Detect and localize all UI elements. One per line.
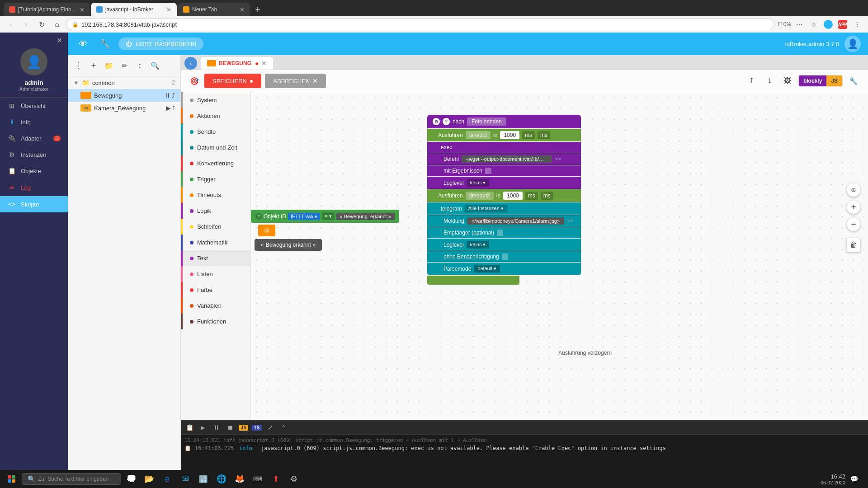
cat-sendto[interactable]: Sendto <box>181 124 250 140</box>
zoom-out-btn[interactable]: − <box>846 217 861 231</box>
script-rename-btn[interactable]: ✏ <box>118 59 131 72</box>
block-settings-circle[interactable]: ⚙ <box>433 118 440 125</box>
nav-reload[interactable]: ↻ <box>35 18 48 31</box>
log-copy-icon[interactable]: 📋 <box>184 445 191 451</box>
tab-close-editor[interactable]: ✕ <box>261 60 267 67</box>
log-expand-btn[interactable]: ⤢ <box>265 422 275 432</box>
sidebar-item-info[interactable]: ℹ Info <box>0 114 68 130</box>
checkbox-mit-ergebnissen[interactable] <box>485 168 491 174</box>
sidebar-item-ubersicht[interactable]: ⊞ Übersicht <box>0 98 68 114</box>
sidebar-item-log[interactable]: ≡ Log <box>0 179 68 196</box>
trash-can-btn[interactable]: 🗑 <box>846 238 861 252</box>
cat-mathematik[interactable]: Mathematik <box>181 235 250 250</box>
script-item-bewegung[interactable]: Bewegung ⏸ ⤴ <box>68 89 180 102</box>
ausfuehren2-block[interactable]: Ausführen timeout2 in 1000 ms ms <box>427 189 581 202</box>
cat-timeouts[interactable]: Timeouts <box>181 187 250 203</box>
tab-close-2[interactable]: ✕ <box>166 6 171 13</box>
play-pause-icon[interactable]: ⏸ <box>165 92 171 99</box>
export-script-btn[interactable]: ⤴ <box>744 74 759 88</box>
taskbar-icon-mail[interactable]: ✉ <box>177 471 193 487</box>
header-user-avatar[interactable]: 👤 <box>844 36 861 52</box>
cat-farbe[interactable]: Farbe <box>181 282 250 298</box>
sidebar-item-instanzen[interactable]: ⚙ Instanzen <box>0 146 68 163</box>
taskbar-search[interactable]: 🔍 Zur Suche Text hier eingeben <box>22 473 121 485</box>
nach-block[interactable]: ⚙ ? nach Foto senden <box>427 115 581 128</box>
browser-tab-1[interactable]: [Tutorial]Achtung Einbrecher... ✕ <box>4 3 90 16</box>
header-settings-btn[interactable]: 🔧 <box>97 36 113 52</box>
cancel-button[interactable]: ABBRECHEN ✕ <box>265 74 326 88</box>
nav-forward[interactable]: › <box>20 18 33 31</box>
empfaenger-block[interactable]: Empfänger (optional) <box>427 227 581 238</box>
host-badge[interactable]: ⏻ HOST: RASPBERRYPI <box>118 38 203 50</box>
log-play-btn[interactable]: ▶ <box>198 422 208 432</box>
extensions-btn[interactable]: ⋯ <box>793 18 806 31</box>
taskbar-icon-filezilla[interactable]: ⬆ <box>268 471 284 487</box>
sidebar-item-objekte[interactable]: 📋 Objekte <box>0 163 68 179</box>
log-stop-btn[interactable]: ⏹ <box>225 422 235 432</box>
main-block-group[interactable]: ⚙ ? nach Foto senden Ausführen timeout i… <box>427 115 581 285</box>
cat-system[interactable]: System <box>181 92 250 108</box>
sidebar-item-adapter[interactable]: 🔌 Adapter 1 <box>0 130 68 146</box>
play-icon[interactable]: ▶ <box>166 104 171 112</box>
script-target-icon[interactable]: 🎯 <box>188 75 201 87</box>
export-icon[interactable]: ⤴ <box>172 92 175 99</box>
zoom-in-btn[interactable]: + <box>846 200 861 214</box>
meldung-block[interactable]: Meldung «/var/lib/motioneye/Camera1/alar… <box>427 215 581 227</box>
nav-back[interactable]: ‹ <box>5 18 17 31</box>
cat-variablen[interactable]: Variablen <box>181 298 250 314</box>
script-item-kamera[interactable]: JS Kamera_Bewegung ▶ ⤴ <box>68 102 180 114</box>
ausfuehren-block[interactable]: Ausführen timeout in 1000 ms ms <box>427 129 581 141</box>
address-bar[interactable]: 🔒 192.168.178.34:8081/#tab-javascript <box>66 19 774 30</box>
tab-close-3[interactable]: ✕ <box>240 6 245 13</box>
trigger-sub-block[interactable]: n <box>258 225 275 236</box>
loglevel-block[interactable]: Loglevel keins ▾ <box>427 177 581 189</box>
ohne-benachrichtigung-block[interactable]: ohne Benachrichtigung <box>427 251 581 262</box>
trigger-block-group[interactable]: ? Objekt ID IFTTT value = ▾ « Bewegung_e… <box>251 210 399 251</box>
bookmark-btn[interactable]: ☆ <box>807 18 820 31</box>
taskbar-icon-files[interactable]: 📂 <box>141 471 157 487</box>
cat-logik[interactable]: Logik <box>181 203 250 219</box>
editor-tab-bewegung[interactable]: BEWEGUNG ● ✕ <box>201 57 273 70</box>
blockly-canvas[interactable]: ? Objekt ID IFTTT value = ▾ « Bewegung_e… <box>251 92 868 420</box>
editor-back-btn[interactable]: ‹ <box>184 57 197 70</box>
taskbar-notifications[interactable]: 💬 <box>847 471 861 487</box>
mit-ergebnissen-block[interactable]: mit Ergebnissen <box>427 165 581 176</box>
log-pause-btn[interactable]: ⏸ <box>212 422 222 432</box>
menu-btn[interactable]: ⋮ <box>851 18 863 31</box>
taskbar-icon-extra[interactable]: ⚙ <box>286 471 302 487</box>
sidebar-item-skripte[interactable]: <> Skripte <box>0 196 68 212</box>
cat-aktionen[interactable]: Aktionen <box>181 108 250 124</box>
checkbox-ohne[interactable] <box>502 253 508 260</box>
cat-funktionen[interactable]: Funktionen <box>181 314 250 329</box>
taskbar-icon-calc[interactable]: 🔢 <box>195 471 212 487</box>
ext-icon-1[interactable] <box>822 18 835 31</box>
cat-schleifen[interactable]: Schleifen <box>181 219 250 235</box>
bewegung-erkannt-block[interactable]: « Bewegung erkannt » <box>255 239 322 251</box>
telegram-block[interactable]: telegram Alle Instanzen ▾ <box>427 202 581 215</box>
loglevel2-block[interactable]: Loglevel keins ▾ <box>427 239 581 251</box>
taskbar-icon-firefox[interactable]: 🦊 <box>231 471 248 487</box>
browser-tab-3[interactable]: Neuer Tab ✕ <box>178 3 250 16</box>
cat-konvertierung[interactable]: Konvertierung <box>181 155 250 171</box>
import-script-btn[interactable]: ⤵ <box>762 74 777 88</box>
taskbar-icon-chrome[interactable]: 🌐 <box>213 471 230 487</box>
script-search-btn[interactable]: 🔍 <box>148 59 162 72</box>
script-import-btn[interactable]: ↕ <box>133 59 146 72</box>
cat-datum[interactable]: Datum und Zeit <box>181 140 250 155</box>
nav-home[interactable]: ⌂ <box>51 18 63 31</box>
screenshot-btn[interactable]: 🖼 <box>780 74 795 88</box>
script-add-btn[interactable]: + <box>87 59 100 72</box>
start-button[interactable] <box>4 471 20 487</box>
cat-trigger[interactable]: Trigger <box>181 171 250 187</box>
log-collapse-btn[interactable]: ⌃ <box>279 422 289 432</box>
script-menu-btn[interactable]: ⋮ <box>71 59 85 72</box>
befehl-block[interactable]: Befehl «wget --output-document /var/lib/… <box>427 153 581 165</box>
sidebar-close-btn[interactable]: ✕ <box>0 33 68 48</box>
exec-block[interactable]: exec <box>427 142 581 153</box>
parsemode-block[interactable]: Parsemode default ▾ <box>427 263 581 275</box>
cat-text[interactable]: Text <box>181 250 250 266</box>
zoom-target-btn[interactable]: ⊕ <box>846 183 861 197</box>
ext-icon-2[interactable]: APP <box>836 18 849 31</box>
settings-btn[interactable]: 🔧 <box>846 74 861 88</box>
trigger-block[interactable]: ? Objekt ID IFTTT value = ▾ « Bewegung_e… <box>251 210 399 223</box>
